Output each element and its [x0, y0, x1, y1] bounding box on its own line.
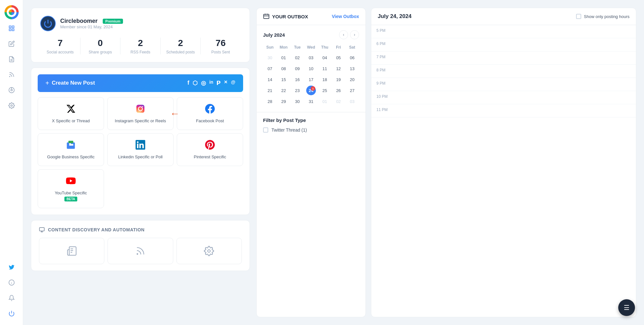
meta-icon-btn: ⬡ — [193, 79, 198, 87]
svg-rect-1 — [12, 26, 14, 28]
cal-day-03[interactable]: 03 — [306, 53, 316, 62]
post-type-pinterest[interactable]: Pinterest Specific — [177, 133, 243, 166]
create-post-button[interactable]: + Create New Post f ⬡ ◎ in 𝗣 ✕ @ — [38, 74, 243, 92]
cal-day-02-next[interactable]: 02 — [334, 97, 343, 106]
sidebar-item-feeds[interactable] — [5, 68, 18, 81]
posting-hours-checkbox[interactable] — [576, 14, 581, 19]
right-panel: YOUR OUTBOX View Outbox July 2024 ‹ › Su… — [256, 8, 636, 317]
discovery-automation[interactable] — [176, 238, 242, 264]
cal-day-13[interactable]: 13 — [347, 64, 357, 73]
cal-day-29[interactable]: 29 — [279, 97, 289, 106]
filter-title: Filter by Post Type — [263, 117, 359, 123]
stat-value-sent: 76 — [201, 38, 241, 49]
cal-day-14[interactable]: 14 — [265, 75, 275, 84]
twitter-thread-checkbox[interactable] — [263, 127, 268, 133]
post-type-google-business[interactable]: Google Business Specific — [38, 133, 104, 166]
cal-day-30-prev[interactable]: 30 — [265, 53, 275, 62]
profile-info: Circleboomer Premium Member since 01 May… — [60, 18, 123, 29]
time-slot-5pm: 5 PM — [371, 25, 636, 38]
view-outbox-link[interactable]: View Outbox — [332, 14, 359, 19]
sidebar-item-power[interactable] — [5, 307, 18, 320]
post-type-instagram[interactable]: Instagram Specific or Reels — [107, 97, 174, 130]
cal-day-17[interactable]: 17 — [306, 75, 316, 84]
stat-label-social: Social accounts — [40, 50, 80, 54]
cal-day-03-next[interactable]: 03 — [347, 97, 357, 106]
cal-day-01[interactable]: 01 — [279, 53, 289, 62]
sidebar-item-content[interactable] — [5, 53, 18, 66]
sidebar-item-info[interactable] — [5, 276, 18, 289]
sidebar-item-dashboard[interactable] — [5, 22, 18, 35]
cal-day-09[interactable]: 09 — [292, 64, 302, 73]
cal-nav-group: ‹ › — [339, 30, 359, 39]
profile-name: Circleboomer — [60, 18, 98, 24]
stat-value-share: 0 — [80, 38, 120, 49]
cal-day-18[interactable]: 18 — [320, 75, 330, 84]
time-panel-date: July 24, 2024 — [378, 13, 412, 20]
sidebar-item-settings[interactable] — [5, 99, 18, 112]
cal-day-30[interactable]: 30 — [292, 97, 302, 106]
instagram-platform-icon — [136, 104, 145, 116]
cal-day-05[interactable]: 05 — [334, 53, 343, 62]
post-type-facebook[interactable]: Facebook Post ← — [177, 97, 243, 130]
app-logo[interactable] — [5, 5, 19, 19]
cal-prev-button[interactable]: ‹ — [339, 30, 348, 39]
discovery-news[interactable] — [39, 238, 104, 264]
cal-day-06[interactable]: 06 — [347, 53, 357, 62]
post-type-x[interactable]: X Specific or Thread — [38, 97, 104, 130]
instagram-icon-btn: ◎ — [201, 79, 206, 87]
svg-rect-22 — [71, 144, 73, 145]
svg-rect-2 — [9, 29, 11, 31]
time-slot-7pm-content — [396, 54, 631, 62]
filter-twitter-thread[interactable]: Twitter Thread (1) — [263, 127, 359, 133]
cal-day-16[interactable]: 16 — [292, 75, 302, 84]
sidebar-item-twitter[interactable] — [5, 261, 18, 274]
cal-day-11[interactable]: 11 — [320, 64, 330, 73]
cal-day-23[interactable]: 23 — [292, 86, 302, 95]
cal-day-12[interactable]: 12 — [334, 64, 343, 73]
post-type-pinterest-label: Pinterest Specific — [194, 154, 226, 159]
cal-day-31[interactable]: 31 — [306, 97, 316, 106]
cal-header-fri: Fri — [332, 44, 346, 52]
cal-day-10[interactable]: 10 — [306, 64, 316, 73]
sidebar-item-notifications[interactable] — [5, 292, 18, 304]
left-panel: Circleboomer Premium Member since 01 May… — [31, 8, 250, 317]
svg-point-29 — [137, 254, 138, 255]
sidebar-item-compose[interactable] — [5, 37, 18, 50]
svg-rect-0 — [9, 26, 11, 28]
cal-day-22[interactable]: 22 — [279, 86, 289, 95]
chat-button[interactable]: ☰ — [618, 299, 635, 316]
cal-day-01-next[interactable]: 01 — [320, 97, 330, 106]
cal-day-20[interactable]: 20 — [347, 75, 357, 84]
cal-day-19[interactable]: 19 — [334, 75, 343, 84]
calendar-section: July 2024 ‹ › Sun Mon Tue Wed Thu Fri Sa — [257, 25, 365, 112]
cal-day-07[interactable]: 07 — [265, 64, 275, 73]
discovery-rss[interactable] — [108, 238, 173, 264]
post-type-youtube[interactable]: YouTube Specific BETA — [38, 169, 104, 208]
svg-point-10 — [11, 105, 12, 107]
cal-header-sat: Sat — [345, 44, 359, 52]
content-discovery-card: CONTENT DISCOVERY AND AUTOMATION — [31, 220, 250, 271]
cal-day-21[interactable]: 21 — [265, 86, 275, 95]
cal-day-02[interactable]: 02 — [292, 53, 302, 62]
time-slot-9pm-label: 9 PM — [376, 80, 393, 86]
sidebar — [0, 0, 23, 325]
sidebar-item-analytics[interactable] — [5, 84, 18, 97]
outbox-title-text: YOUR OUTBOX — [272, 14, 308, 19]
cal-day-27[interactable]: 27 — [347, 86, 357, 95]
show-posting-hours-toggle[interactable]: Show only posting hours — [576, 14, 630, 19]
svg-point-30 — [208, 250, 210, 252]
svg-rect-21 — [69, 143, 71, 146]
cal-day-04[interactable]: 04 — [320, 53, 330, 62]
cal-day-08[interactable]: 08 — [279, 64, 289, 73]
time-panel-header: July 24, 2024 Show only posting hours — [371, 8, 636, 25]
cal-next-button[interactable]: › — [350, 30, 359, 39]
stat-label-scheduled: Scheduled posts — [161, 50, 201, 54]
cal-day-26[interactable]: 26 — [334, 86, 343, 95]
post-type-linkedin[interactable]: Linkedin Specific or Poll — [107, 133, 174, 166]
cal-day-28[interactable]: 28 — [265, 97, 275, 106]
cal-day-25[interactable]: 25 — [320, 86, 330, 95]
filter-twitter-thread-label: Twitter Thread (1) — [271, 127, 307, 133]
cal-day-15[interactable]: 15 — [279, 75, 289, 84]
svg-rect-16 — [137, 105, 145, 113]
cal-day-24-today[interactable]: 24 1 — [306, 86, 316, 95]
